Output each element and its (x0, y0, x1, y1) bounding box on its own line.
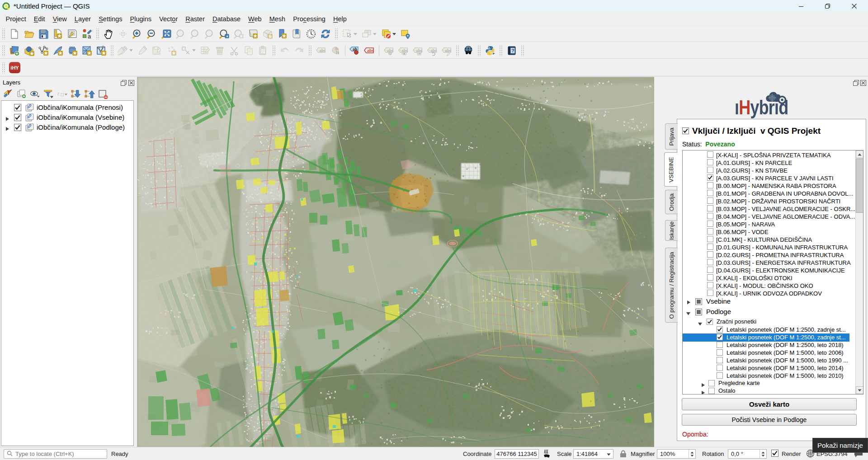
svg-text:a: a (88, 33, 91, 39)
svg-text:abc: abc (319, 48, 326, 52)
svg-text:ε: ε (57, 91, 60, 96)
svg-text:abc: abc (367, 48, 374, 53)
svg-text:abc: abc (445, 48, 452, 52)
svg-text:abc: abc (401, 48, 408, 52)
svg-text:abc: abc (430, 48, 437, 52)
svg-text:?: ? (511, 48, 514, 53)
